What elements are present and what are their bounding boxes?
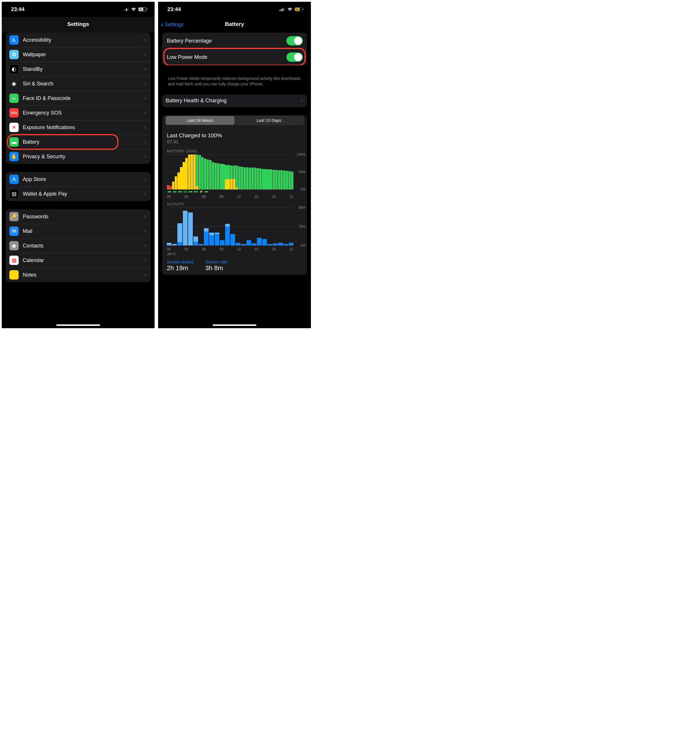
settings-row-siri[interactable]: ◉Siri & Search› <box>6 76 150 91</box>
settings-row-appstore[interactable]: AApp Store› <box>6 172 150 187</box>
svg-rect-7 <box>284 7 285 11</box>
svg-rect-2 <box>126 9 127 11</box>
settings-screen: 23:44 61 Settings ♿︎Accessibility›✿Wallp… <box>2 2 154 328</box>
faceid-icon: ☺ <box>9 94 19 103</box>
chevron-right-icon: › <box>144 65 147 73</box>
time-range-segmented: Last 24 Hours Last 10 Days <box>165 115 304 125</box>
battery-icon: 61 <box>295 7 303 11</box>
chevron-right-icon: › <box>144 213 147 220</box>
settings-row-accessibility[interactable]: ♿︎Accessibility› <box>6 33 150 47</box>
activity-bar <box>246 240 251 245</box>
level-bar <box>222 164 225 189</box>
xtick: 00 <box>167 195 171 199</box>
settings-row-calendar[interactable]: ▦Calendar› <box>6 253 150 268</box>
chevron-right-icon: › <box>144 153 147 160</box>
svg-rect-4 <box>279 10 280 11</box>
nav-title: ‹Settings Battery <box>158 17 311 33</box>
row-label: App Store <box>23 177 144 183</box>
level-bar <box>275 170 278 190</box>
xtick: 12 <box>237 195 241 199</box>
settings-row-wallpaper[interactable]: ✿Wallpaper› <box>6 47 150 62</box>
row-label: Siri & Search <box>23 81 144 87</box>
siri-icon: ◉ <box>9 79 19 88</box>
xtick: 06 <box>202 195 205 199</box>
level-bar <box>246 167 249 190</box>
xtick: 18 <box>272 195 276 199</box>
settings-row-standby[interactable]: ◐StandBy› <box>6 62 150 76</box>
row-label: StandBy <box>23 66 144 72</box>
ylabel: 100% <box>297 153 306 157</box>
settings-row-mail[interactable]: ✉Mail› <box>6 224 150 238</box>
settings-group-1: ♿︎Accessibility›✿Wallpaper›◐StandBy›◉Sir… <box>6 33 150 164</box>
wifi-icon <box>287 7 292 11</box>
xtick: 21 <box>289 247 294 251</box>
activity-bar <box>183 211 187 245</box>
row-label: Emergency SOS <box>23 110 144 116</box>
settings-row-privacy[interactable]: ✋Privacy & Security› <box>6 149 150 164</box>
charge-cell <box>188 191 193 192</box>
level-bar <box>180 167 182 190</box>
level-xaxis: 0003060912151821 <box>167 195 294 199</box>
exposure-icon: ☀ <box>9 123 19 132</box>
level-bar <box>238 166 241 190</box>
level-bar <box>236 166 238 190</box>
level-bar <box>167 185 169 189</box>
segment-24h[interactable]: Last 24 Hours <box>166 116 234 125</box>
wallet-icon: ▤ <box>9 189 19 199</box>
battpct-toggle[interactable] <box>286 36 303 45</box>
settings-row-wallet[interactable]: ▤Wallet & Apple Pay› <box>6 187 150 201</box>
level-bar <box>217 163 219 190</box>
level-bar <box>259 169 262 190</box>
charge-cell <box>204 191 209 192</box>
segment-10d[interactable]: Last 10 Days <box>234 116 303 125</box>
lowpower-toggle[interactable] <box>286 52 303 62</box>
toggle-row-lowpower: Low Power Mode <box>162 49 307 65</box>
cellular-icon <box>279 7 285 11</box>
row-label: Battery <box>23 139 144 145</box>
level-bar <box>254 168 256 189</box>
activity-bar <box>167 243 171 245</box>
settings-row-battery[interactable]: ▬Battery› <box>6 135 150 149</box>
row-label: Face ID & Passcode <box>23 95 144 102</box>
chevron-right-icon: › <box>144 242 147 250</box>
home-indicator[interactable] <box>213 325 256 326</box>
xtick: 12 <box>237 247 241 251</box>
battery-health-row[interactable]: Battery Health & Charging › <box>162 94 307 107</box>
last-charged-title: Last Charged to 100% <box>167 132 302 139</box>
chevron-right-icon: › <box>144 51 147 58</box>
activity-chart: 60m 30m 0m <box>167 208 294 245</box>
settings-row-notes[interactable]: Notes› <box>6 268 150 282</box>
level-bar <box>262 169 264 190</box>
level-bar <box>185 158 187 190</box>
activity-bar <box>267 244 272 245</box>
sos-icon: SOS <box>9 108 19 117</box>
ylabel: 60m <box>299 205 306 209</box>
row-label: Accessibility <box>23 37 144 43</box>
xtick: 09 <box>219 247 223 251</box>
level-bar <box>169 186 172 190</box>
level-bar <box>207 159 209 190</box>
xtick: 15 <box>254 247 258 251</box>
settings-row-sos[interactable]: SOSEmergency SOS› <box>6 106 150 120</box>
settings-row-exposure[interactable]: ☀Exposure Notifications› <box>6 120 150 135</box>
home-indicator[interactable] <box>56 325 100 326</box>
row-label: Notes <box>23 272 144 278</box>
level-bar <box>188 154 190 190</box>
level-bar <box>249 168 251 189</box>
settings-row-faceid[interactable]: ☺Face ID & Passcode› <box>6 91 150 106</box>
activity-bar <box>177 223 182 245</box>
settings-row-contacts[interactable]: ◉Contacts› <box>6 238 150 253</box>
activity-bar <box>199 244 203 245</box>
level-bar <box>244 167 246 190</box>
toggle-group: Battery PercentageLow Power Mode <box>162 33 307 65</box>
month-label: Jan 9 <box>162 251 307 256</box>
chevron-right-icon: › <box>144 36 147 44</box>
xtick: 06 <box>202 247 205 251</box>
settings-row-passwords[interactable]: 🔑Passwords› <box>6 209 150 224</box>
activity-bar <box>188 212 193 245</box>
charge-cell: ❚❚ <box>183 190 188 193</box>
activity-bar <box>172 244 177 245</box>
chevron-right-icon: › <box>301 97 303 105</box>
back-button[interactable]: ‹Settings <box>161 20 183 28</box>
level-bar <box>270 169 272 189</box>
